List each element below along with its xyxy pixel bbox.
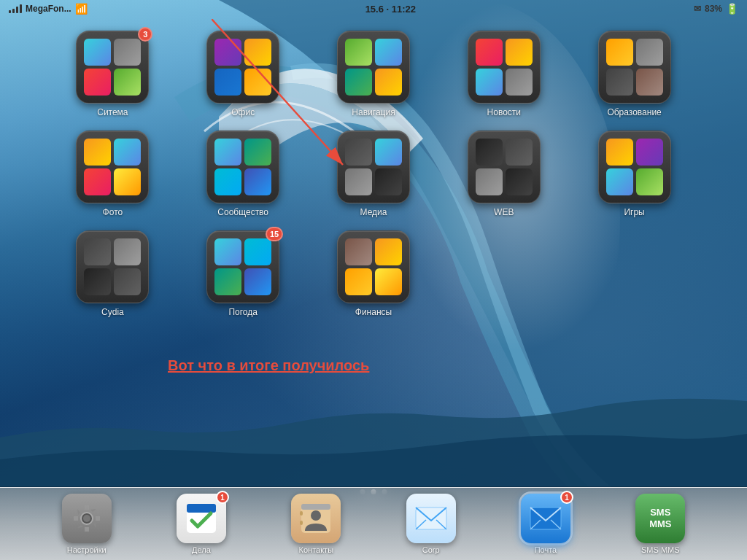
- mini-app-icon: [114, 268, 141, 295]
- folder-finansy[interactable]: Финансы: [333, 230, 414, 317]
- svg-rect-8: [187, 504, 216, 513]
- app-grid: 3СитемаОфисНавигацияНовостиОбразованиеФо…: [36, 23, 711, 324]
- svg-rect-10: [300, 511, 303, 516]
- mini-app-icon: [506, 69, 533, 96]
- dock-item-kontakty[interactable]: Контакты: [291, 494, 341, 554]
- mini-app-icon: [214, 268, 241, 295]
- folder-label-sistema: Ситема: [97, 107, 128, 117]
- svg-rect-11: [300, 521, 303, 525]
- mini-app-icon: [84, 69, 111, 96]
- status-left: MegaFon... 📶: [9, 3, 88, 15]
- svg-rect-12: [301, 504, 330, 510]
- mini-app-icon: [345, 39, 372, 66]
- corp-label: Corp: [422, 545, 440, 554]
- mini-app-icon: [244, 39, 271, 66]
- mini-app-icon: [214, 69, 241, 96]
- kontakty-label: Контакты: [299, 545, 334, 554]
- folder-pogoda[interactable]: 15Погода: [203, 230, 283, 317]
- wifi-icon: 📶: [75, 3, 88, 15]
- dock-item-nastroyki[interactable]: Настройки: [62, 494, 112, 554]
- folder-label-ofis: Офис: [231, 107, 255, 117]
- mini-app-icon: [84, 168, 111, 195]
- mini-app-icon: [84, 268, 111, 295]
- folder-icon-finansy[interactable]: [337, 230, 410, 303]
- folder-icon-foto[interactable]: [76, 131, 149, 203]
- mini-app-icon: [114, 168, 141, 195]
- dock-item-corp[interactable]: Corp: [406, 494, 456, 554]
- folder-icon-ofis[interactable]: [206, 31, 279, 104]
- folder-icon-media[interactable]: [337, 131, 410, 203]
- folder-label-finansy: Финансы: [355, 307, 392, 317]
- folder-label-web: WEB: [494, 207, 514, 217]
- mini-app-icon: [636, 39, 663, 66]
- annotation: Вот что в итоге получилось: [168, 357, 369, 374]
- status-time: 15.6 · 11:22: [365, 4, 416, 15]
- contacts-icon[interactable]: [291, 494, 341, 543]
- folder-web[interactable]: WEB: [464, 131, 544, 217]
- folder-label-soobshchestvo: Сообщество: [217, 207, 268, 217]
- mail-status-icon: ✉: [694, 4, 701, 14]
- pochta-label: Почта: [535, 545, 557, 554]
- mail-icon[interactable]: 1: [521, 494, 570, 543]
- dela-badge: 1: [216, 491, 229, 504]
- battery-label: 83%: [705, 4, 722, 14]
- mini-app-icon: [476, 69, 503, 96]
- status-bar: MegaFon... 📶 15.6 · 11:22 ✉ 83% 🔋: [0, 0, 747, 18]
- nastroyki-label: Настройки: [67, 545, 107, 554]
- mini-app-icon: [244, 168, 271, 195]
- folder-foto[interactable]: Фото: [72, 131, 152, 217]
- mini-app-icon: [636, 168, 663, 195]
- folder-icon-obrazovanie[interactable]: [598, 31, 671, 104]
- folder-novosti[interactable]: Новости: [464, 31, 544, 117]
- tasks-icon[interactable]: 1: [177, 494, 226, 543]
- folder-icon-cydia[interactable]: [76, 230, 149, 303]
- folder-igry[interactable]: Игры: [595, 131, 675, 217]
- mini-app-icon: [114, 69, 141, 96]
- folder-label-pogoda: Погода: [228, 307, 258, 317]
- status-right: ✉ 83% 🔋: [694, 3, 738, 15]
- folder-cydia[interactable]: Cydia: [72, 230, 152, 317]
- mini-app-icon: [214, 139, 241, 166]
- folder-label-navigaciya: Навигация: [352, 107, 395, 117]
- mini-app-icon: [506, 139, 533, 166]
- folder-icon-soobshchestvo[interactable]: [206, 131, 279, 203]
- battery-icon: 🔋: [726, 3, 738, 15]
- dock-item-sms[interactable]: SMSMMS SMS MMS: [635, 494, 685, 554]
- corp-mail-icon[interactable]: [406, 494, 456, 543]
- folder-ofis[interactable]: Офис: [203, 31, 283, 117]
- sms-icon[interactable]: SMSMMS: [635, 494, 685, 543]
- dock-item-dela[interactable]: 1 Дела: [177, 494, 226, 554]
- mini-app-icon: [345, 238, 372, 265]
- mini-app-icon: [345, 69, 372, 96]
- badge-pogoda: 15: [266, 227, 283, 241]
- folder-icon-web[interactable]: [468, 131, 541, 203]
- annotation-text: Вот что в итоге получилось: [168, 357, 369, 373]
- folder-icon-navigaciya[interactable]: [337, 31, 410, 104]
- folder-icon-novosti[interactable]: [468, 31, 541, 104]
- folder-label-media: Медиа: [360, 207, 387, 217]
- mini-app-icon: [476, 168, 503, 195]
- mini-app-icon: [84, 39, 111, 66]
- sms-text-label: SMSMMS: [649, 507, 671, 529]
- mini-app-icon: [244, 238, 271, 265]
- mini-app-icon: [606, 139, 633, 166]
- folder-sistema[interactable]: 3Ситема: [72, 31, 152, 117]
- svg-point-13: [311, 510, 321, 521]
- mini-app-icon: [375, 268, 402, 295]
- mini-app-icon: [244, 268, 271, 295]
- folder-soobshchestvo[interactable]: Сообщество: [203, 131, 283, 217]
- settings-icon[interactable]: [62, 494, 112, 543]
- mini-app-icon: [375, 168, 402, 195]
- folder-icon-igry[interactable]: [598, 131, 671, 203]
- folder-obrazovanie[interactable]: Образование: [595, 31, 675, 117]
- folder-media[interactable]: Медиа: [333, 131, 414, 217]
- folder-navigaciya[interactable]: Навигация: [333, 31, 414, 117]
- mini-app-icon: [506, 168, 533, 195]
- folder-icon-sistema[interactable]: 3: [76, 31, 149, 104]
- carrier-label: MegaFon...: [26, 4, 71, 14]
- mini-app-icon: [375, 139, 402, 166]
- folder-icon-pogoda[interactable]: 15: [206, 230, 279, 303]
- dock: Настройки 1 Дела Контакты: [0, 487, 747, 560]
- dock-item-pochta[interactable]: 1 Почта: [521, 494, 570, 554]
- mini-app-icon: [214, 168, 241, 195]
